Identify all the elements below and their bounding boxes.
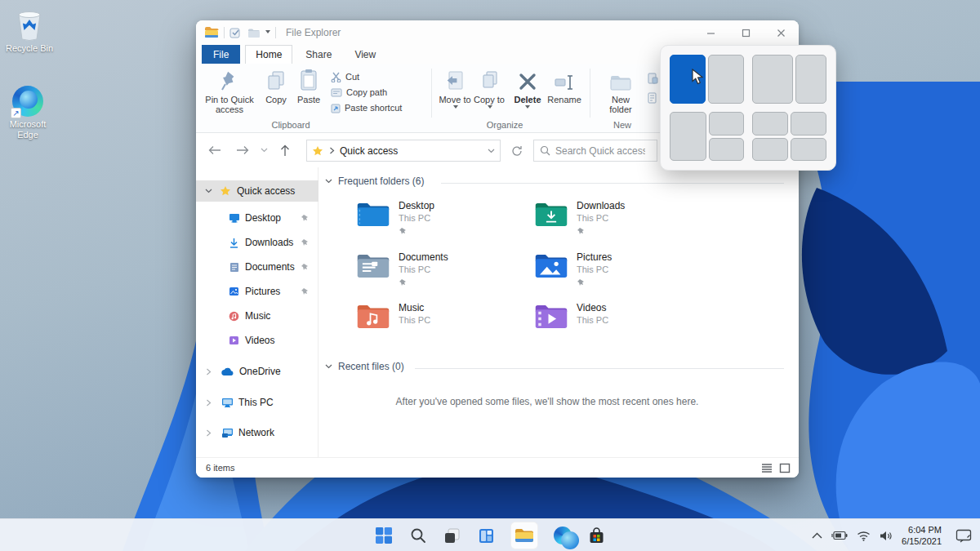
desktop: Recycle Bin ↗ Microsoft Edge [0, 0, 980, 551]
tray-date: 6/15/2021 [902, 535, 942, 547]
qat-new-folder-icon[interactable] [247, 28, 261, 38]
sidebar-item-this-pc[interactable]: This PC [196, 391, 318, 414]
divider [441, 183, 784, 184]
recycle-bin-shortcut[interactable]: Recycle Bin [3, 8, 56, 54]
snap-zone-right-bottom[interactable] [709, 138, 744, 162]
sidebar-item-onedrive[interactable]: OneDrive [196, 360, 318, 383]
app-folder-icon [204, 26, 219, 39]
edge-taskbar-button[interactable] [552, 526, 572, 546]
widgets-button[interactable] [476, 526, 497, 546]
up-button[interactable] [274, 140, 296, 161]
tab-share[interactable]: Share [296, 45, 341, 64]
chevron-right-icon[interactable] [206, 368, 212, 375]
close-button[interactable] [764, 20, 799, 45]
copy-path-button[interactable]: Copy path [331, 86, 387, 99]
store-taskbar-button[interactable] [586, 526, 607, 546]
status-bar: 6 items [196, 457, 799, 478]
snap-zone-top-left[interactable] [752, 112, 788, 136]
folder-tile-videos[interactable]: Videos This PC [534, 302, 706, 344]
qat-customize-caret-icon[interactable] [265, 30, 270, 36]
sidebar-item-pictures[interactable]: Pictures [196, 280, 318, 303]
address-dropdown-icon[interactable] [488, 149, 495, 153]
snap-zone-right-half[interactable] [708, 55, 744, 104]
battery-icon[interactable] [831, 531, 848, 540]
paste-button[interactable]: Paste [292, 67, 325, 104]
snap-zone-left-half-selected[interactable] [670, 55, 706, 104]
sidebar-item-documents[interactable]: Documents [196, 256, 318, 278]
hidden-icons-chevron-icon[interactable] [812, 532, 822, 539]
quick-access-star-icon [220, 185, 231, 197]
large-icons-view-icon[interactable] [779, 463, 791, 473]
snap-zone-right-narrow[interactable] [795, 55, 826, 104]
new-folder-icon [609, 73, 632, 91]
address-bar[interactable]: Quick access [306, 140, 501, 162]
back-button[interactable] [204, 140, 225, 161]
sidebar-item-network[interactable]: Network [196, 421, 318, 444]
rename-button[interactable]: Rename [546, 67, 583, 104]
snap-layout-two-halves [670, 55, 744, 104]
folder-tile-music[interactable]: Music This PC [356, 302, 528, 344]
snap-zone-bottom-left[interactable] [752, 138, 788, 162]
folder-tile-desktop[interactable]: Desktop This PC [356, 200, 528, 242]
task-view-button[interactable] [442, 526, 462, 546]
notification-center-icon[interactable] [956, 529, 972, 543]
folder-tile-pictures[interactable]: Pictures This PC [534, 251, 706, 294]
clock[interactable]: 6:04 PM 6/15/2021 [902, 524, 942, 547]
snap-zone-top-right[interactable] [791, 112, 826, 136]
chevron-down-icon[interactable] [205, 189, 212, 193]
tab-home[interactable]: Home [245, 45, 292, 64]
start-button[interactable] [373, 526, 394, 546]
snap-zone-left-wide[interactable] [752, 55, 793, 104]
delete-button[interactable]: Delete [510, 67, 546, 111]
sidebar-item-desktop[interactable]: Desktop [196, 207, 318, 229]
snap-zone-right-top[interactable] [709, 112, 744, 136]
window-title: File Explorer [286, 27, 341, 38]
file-explorer-taskbar-button[interactable] [510, 522, 538, 549]
breadcrumb-location[interactable]: Quick access [340, 145, 398, 157]
cut-button[interactable]: Cut [331, 70, 359, 83]
details-view-icon[interactable] [761, 463, 773, 473]
items-count: 6 items [206, 463, 234, 473]
chevron-down-icon[interactable] [325, 179, 332, 184]
chevron-down-icon[interactable] [325, 364, 332, 369]
search-box[interactable] [533, 140, 657, 162]
paste-icon [300, 69, 318, 91]
shortcut-arrow-icon: ↗ [11, 108, 21, 118]
pin-to-quick-access-button[interactable]: Pin to Quick access [203, 67, 256, 114]
sidebar-item-music[interactable]: Music [196, 304, 318, 327]
qat-properties-icon[interactable] [229, 27, 241, 38]
tab-file[interactable]: File [202, 45, 240, 64]
search-button[interactable] [408, 526, 428, 546]
wifi-icon[interactable] [857, 531, 871, 541]
tab-view[interactable]: View [345, 45, 385, 64]
divider [275, 27, 276, 38]
chevron-right-icon[interactable] [206, 429, 212, 437]
title-bar: File Explorer [196, 20, 799, 45]
forward-button[interactable] [232, 140, 253, 161]
file-explorer-icon [514, 527, 534, 544]
snap-zone-bottom-right[interactable] [791, 138, 826, 162]
copy-to-button[interactable]: Copy to [472, 67, 506, 114]
chevron-right-icon[interactable] [206, 399, 212, 407]
sidebar-item-quick-access[interactable]: Quick access [196, 180, 318, 202]
new-folder-button[interactable]: New folder [601, 67, 640, 114]
sidebar-item-videos[interactable]: Videos [196, 329, 318, 352]
maximize-button[interactable] [728, 20, 764, 45]
edge-shortcut[interactable]: ↗ Microsoft Edge [2, 86, 54, 140]
copy-to-caret-icon [488, 105, 492, 111]
folder-tile-documents[interactable]: Documents This PC [356, 251, 528, 294]
copy-button[interactable]: Copy [260, 67, 292, 104]
sidebar-item-downloads[interactable]: Downloads [196, 231, 318, 254]
recent-files-header[interactable]: Recent files (0) [325, 361, 404, 372]
paste-shortcut-button[interactable]: Paste shortcut [331, 101, 402, 114]
pin-icon [399, 278, 407, 287]
folder-tile-downloads[interactable]: Downloads This PC [534, 200, 706, 242]
volume-icon[interactable] [880, 531, 893, 541]
move-to-button[interactable]: Move to [438, 67, 472, 114]
search-input[interactable] [555, 145, 645, 157]
frequent-folders-header[interactable]: Frequent folders (6) [325, 176, 424, 187]
recent-locations-button[interactable] [253, 140, 274, 161]
snap-zone-left-full[interactable] [670, 112, 706, 161]
refresh-button[interactable] [507, 141, 527, 161]
minimize-button[interactable] [693, 20, 728, 45]
